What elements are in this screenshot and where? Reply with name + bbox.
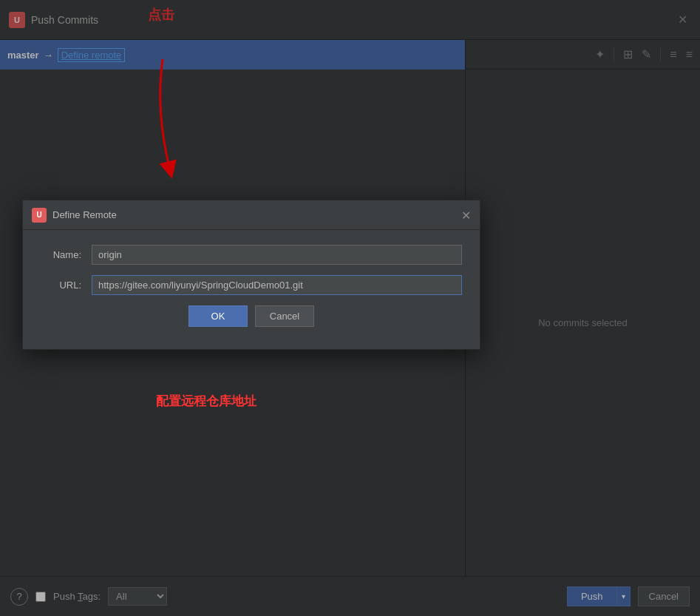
dialog-close-button[interactable]: ✕ xyxy=(461,208,471,222)
name-label: Name: xyxy=(41,249,81,260)
url-row: URL: xyxy=(41,275,462,295)
ok-button[interactable]: OK xyxy=(188,305,248,327)
dialog-cancel-button[interactable]: Cancel xyxy=(255,305,314,327)
dialog-title-bar: U Define Remote ✕ xyxy=(23,200,480,230)
dialog-title: Define Remote xyxy=(52,209,471,220)
dialog-buttons: OK Cancel xyxy=(41,305,462,334)
name-input[interactable] xyxy=(92,245,462,265)
url-label: URL: xyxy=(41,280,81,291)
name-row: Name: xyxy=(41,245,462,265)
push-commits-window: U Push Commits 点击 ✕ master → Define remo… xyxy=(0,0,700,616)
url-input[interactable] xyxy=(92,275,462,295)
dialog-body: Name: URL: OK Cancel xyxy=(23,230,480,349)
define-remote-dialog: U Define Remote ✕ 配置远程仓库地址 Name: URL: OK… xyxy=(22,200,480,350)
dialog-app-icon: U xyxy=(32,208,47,223)
